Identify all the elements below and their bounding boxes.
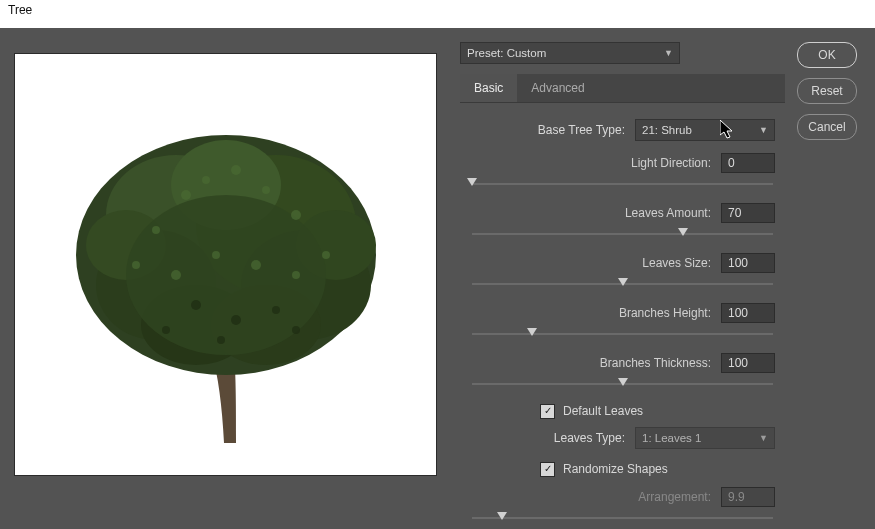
svg-point-27 xyxy=(292,326,300,334)
chevron-down-icon: ▼ xyxy=(664,48,673,58)
svg-point-26 xyxy=(162,326,170,334)
leaves-amount-label: Leaves Amount: xyxy=(625,206,711,220)
arrangement-input xyxy=(721,487,775,507)
svg-point-21 xyxy=(292,271,300,279)
leaves-size-label: Leaves Size: xyxy=(642,256,711,270)
svg-point-20 xyxy=(251,260,261,270)
tab-advanced[interactable]: Advanced xyxy=(517,74,598,102)
cancel-button[interactable]: Cancel xyxy=(797,114,857,140)
light-direction-input[interactable] xyxy=(721,153,775,173)
leaves-type-select: 1: Leaves 1 ▼ xyxy=(635,427,775,449)
svg-point-15 xyxy=(291,210,301,220)
svg-point-28 xyxy=(217,336,225,344)
basic-panel: Base Tree Type: 21: Shrub ▼ Light Direct… xyxy=(460,103,785,525)
svg-point-24 xyxy=(231,315,241,325)
randomize-shapes-checkbox[interactable]: ✓ xyxy=(540,462,555,477)
svg-point-19 xyxy=(212,251,220,259)
svg-point-12 xyxy=(202,176,210,184)
svg-point-23 xyxy=(191,300,201,310)
branches-thickness-input[interactable] xyxy=(721,353,775,373)
slider-thumb[interactable] xyxy=(467,178,477,186)
leaves-type-label: Leaves Type: xyxy=(554,431,625,445)
svg-point-17 xyxy=(132,261,140,269)
preset-label-prefix: Preset: xyxy=(467,47,507,59)
slider-thumb[interactable] xyxy=(678,228,688,236)
svg-point-16 xyxy=(152,226,160,234)
chevron-down-icon: ▼ xyxy=(759,433,768,443)
side-buttons: OK Reset Cancel xyxy=(797,42,857,140)
light-direction-slider[interactable] xyxy=(472,177,773,191)
svg-point-25 xyxy=(272,306,280,314)
randomize-shapes-label: Randomize Shapes xyxy=(563,462,668,476)
leaves-size-input[interactable] xyxy=(721,253,775,273)
ok-button[interactable]: OK xyxy=(797,42,857,68)
arrangement-label: Arrangement: xyxy=(638,490,711,504)
base-tree-type-value: 21: Shrub xyxy=(642,124,692,136)
preset-value: Custom xyxy=(507,47,547,59)
chevron-down-icon: ▼ xyxy=(759,125,768,135)
slider-thumb[interactable] xyxy=(497,512,507,520)
light-direction-label: Light Direction: xyxy=(631,156,711,170)
branches-thickness-label: Branches Thickness: xyxy=(600,356,711,370)
shrub-image xyxy=(36,75,416,455)
svg-point-22 xyxy=(322,251,330,259)
slider-thumb[interactable] xyxy=(618,378,628,386)
svg-point-18 xyxy=(171,270,181,280)
window-title: Tree xyxy=(0,0,875,28)
base-tree-type-select[interactable]: 21: Shrub ▼ xyxy=(635,119,775,141)
svg-point-13 xyxy=(231,165,241,175)
preset-select[interactable]: Preset: Custom ▼ xyxy=(460,42,680,64)
svg-point-14 xyxy=(262,186,270,194)
leaves-type-value: 1: Leaves 1 xyxy=(642,432,701,444)
base-tree-type-label: Base Tree Type: xyxy=(538,123,625,137)
tree-dialog: Tree xyxy=(0,0,875,529)
leaves-size-slider[interactable] xyxy=(472,277,773,291)
slider-thumb[interactable] xyxy=(618,278,628,286)
default-leaves-checkbox[interactable]: ✓ xyxy=(540,404,555,419)
branches-height-input[interactable] xyxy=(721,303,775,323)
window-title-text: Tree xyxy=(8,3,32,17)
arrangement-slider[interactable] xyxy=(472,511,773,525)
branches-height-slider[interactable] xyxy=(472,327,773,341)
branches-height-label: Branches Height: xyxy=(619,306,711,320)
tab-basic[interactable]: Basic xyxy=(460,74,517,102)
slider-thumb[interactable] xyxy=(527,328,537,336)
svg-point-11 xyxy=(181,190,191,200)
leaves-amount-input[interactable] xyxy=(721,203,775,223)
tree-preview xyxy=(14,53,437,476)
reset-button[interactable]: Reset xyxy=(797,78,857,104)
leaves-amount-slider[interactable] xyxy=(472,227,773,241)
branches-thickness-slider[interactable] xyxy=(472,377,773,391)
controls-panel: Preset: Custom ▼ Basic Advanced Base Tre… xyxy=(460,42,785,529)
dialog-body: Preset: Custom ▼ Basic Advanced Base Tre… xyxy=(0,28,875,529)
default-leaves-label: Default Leaves xyxy=(563,404,643,418)
tabs: Basic Advanced xyxy=(460,74,785,103)
